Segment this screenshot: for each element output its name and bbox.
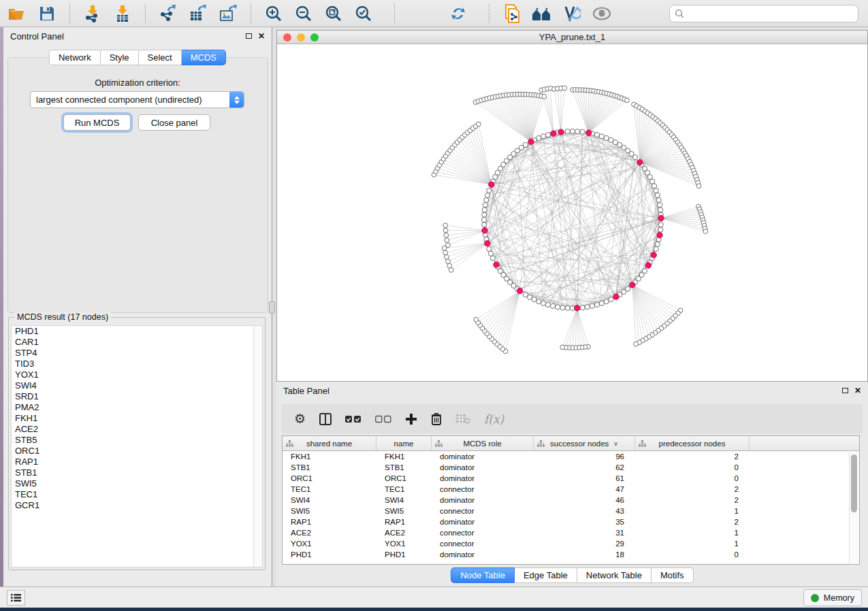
tab-motifs[interactable]: Motifs	[652, 567, 694, 583]
show-columns-icon[interactable]	[319, 410, 332, 429]
mcds-result-item[interactable]: FKH1	[12, 413, 262, 424]
delete-column-icon[interactable]	[431, 410, 442, 429]
node-table-body: FKH1FKH1dominator962STB1STB1dominator620…	[283, 451, 859, 560]
table-row[interactable]: TEC1TEC1connector472	[283, 484, 859, 495]
network-search-icon[interactable]	[532, 3, 552, 24]
mcds-result-item[interactable]: PMA2	[12, 402, 262, 413]
table-cell: connector	[432, 529, 534, 537]
table-row[interactable]: ACE2ACE2connector311	[283, 527, 859, 538]
export-image-icon[interactable]	[218, 3, 238, 24]
zoom-in-icon[interactable]	[263, 3, 284, 24]
mcds-result-item[interactable]: PHD1	[12, 326, 262, 337]
search-input[interactable]	[688, 8, 853, 20]
export-network-icon[interactable]	[158, 3, 178, 24]
close-panel-icon[interactable]: ✕	[854, 386, 861, 395]
zoom-selected-icon[interactable]	[353, 3, 374, 24]
network-graph[interactable]	[277, 44, 867, 381]
table-row[interactable]: YOX1YOX1connector291	[283, 538, 859, 549]
criterion-dropdown[interactable]: largest connected component (undirected)	[30, 91, 244, 108]
toolbar-separator	[145, 4, 146, 23]
zoom-out-icon[interactable]	[293, 3, 314, 24]
table-options-icon[interactable]: ⚙	[294, 410, 306, 429]
open-session-icon[interactable]	[7, 3, 27, 24]
table-cell: 2	[635, 485, 750, 493]
tab-style[interactable]: Style	[101, 50, 139, 65]
tab-node-table[interactable]: Node Table	[451, 567, 515, 583]
refresh-layout-icon[interactable]	[448, 3, 468, 24]
mcds-result-item[interactable]: STB5	[12, 435, 262, 446]
table-row[interactable]: ORC1ORC1dominator610	[283, 473, 859, 484]
table-cell: 43	[534, 507, 635, 515]
column-header-successor-nodes[interactable]: successor nodes∨	[534, 436, 635, 450]
table-scrollbar-thumb[interactable]	[851, 455, 857, 512]
mcds-result-item[interactable]: TID3	[12, 359, 262, 369]
mcds-result-item[interactable]: SWI5	[12, 478, 262, 489]
mcds-result-item[interactable]: STB1	[12, 467, 262, 478]
save-session-icon[interactable]	[37, 3, 57, 24]
table-cell: 61	[534, 474, 635, 482]
network-canvas[interactable]	[277, 44, 867, 381]
mcds-result-item[interactable]: ORC1	[12, 446, 262, 457]
table-cell: 1	[635, 507, 750, 515]
close-panel-icon[interactable]: ✕	[258, 32, 265, 40]
mcds-result-item[interactable]: ACE2	[12, 424, 262, 435]
add-column-icon[interactable]	[405, 410, 417, 429]
column-header-predecessor-nodes[interactable]: predecessor nodes	[635, 436, 750, 450]
float-panel-icon[interactable]	[842, 388, 848, 393]
column-header-shared-name[interactable]: shared name	[283, 436, 376, 450]
mcds-result-list[interactable]: PHD1CAR1STP4TID3YOX1SWI4SRD1PMA2FKH1ACE2…	[11, 325, 263, 567]
column-header-name[interactable]: name	[376, 436, 432, 450]
mcds-result-item[interactable]: GCR1	[12, 500, 262, 511]
table-cell: dominator	[432, 550, 534, 559]
mcds-result-item[interactable]: TEC1	[12, 489, 262, 500]
mcds-result-item[interactable]: SRD1	[12, 391, 262, 402]
table-row[interactable]: SWI4SWI4dominator462	[283, 495, 859, 506]
table-cell: 0	[635, 463, 750, 472]
import-table-icon[interactable]	[112, 3, 133, 24]
table-cell: 2	[635, 452, 750, 461]
run-mcds-button[interactable]: Run MCDS	[63, 114, 131, 131]
select-all-checkbox-icon[interactable]	[345, 410, 361, 429]
column-header-mcds-role[interactable]: MCDS role	[432, 436, 534, 450]
import-network-icon[interactable]	[82, 3, 103, 24]
tab-select[interactable]: Select	[139, 50, 182, 65]
table-row[interactable]: FKH1FKH1dominator962	[283, 451, 859, 462]
deselect-all-checkbox-icon[interactable]	[375, 410, 391, 429]
mcds-result-group: MCDS result (17 nodes) PHD1CAR1STP4TID3Y…	[8, 317, 266, 570]
table-cell: dominator	[432, 474, 534, 482]
zoom-fit-icon[interactable]	[323, 3, 344, 24]
clone-network-icon[interactable]	[502, 3, 522, 24]
float-panel-icon[interactable]	[246, 33, 252, 39]
mcds-list-scrollbar[interactable]	[253, 326, 262, 567]
memory-label: Memory	[824, 593, 854, 603]
table-row[interactable]: STB1STB1dominator620	[283, 462, 859, 473]
table-cell: 31	[534, 529, 635, 537]
table-scrollbar[interactable]	[849, 452, 858, 563]
table-cell: ORC1	[283, 474, 376, 482]
tab-network[interactable]: Network	[49, 50, 101, 65]
network-window-titlebar[interactable]: YPA_prune.txt_1	[277, 31, 867, 44]
table-cell: 35	[534, 518, 635, 526]
mcds-result-item[interactable]: SWI4	[12, 380, 262, 391]
close-panel-button[interactable]: Close panel	[138, 114, 210, 131]
export-table-icon[interactable]	[188, 3, 208, 24]
tab-network-table[interactable]: Network Table	[577, 567, 652, 583]
table-row[interactable]: PHD1PHD1dominator180	[283, 549, 859, 560]
mcds-result-item[interactable]: CAR1	[12, 337, 262, 348]
memory-button[interactable]: Memory	[803, 589, 862, 606]
table-cell: dominator	[432, 452, 534, 461]
tab-mcds[interactable]: MCDS	[182, 50, 226, 65]
show-hide-eye-icon[interactable]	[592, 3, 612, 24]
table-tabs: Node TableEdge TableNetwork TableMotifs	[276, 567, 868, 583]
visual-mapping-icon[interactable]	[562, 3, 582, 24]
mcds-result-item[interactable]: YOX1	[12, 369, 262, 380]
panel-splitter-handle[interactable]	[269, 301, 275, 314]
search-field[interactable]	[669, 5, 858, 22]
mcds-result-item[interactable]: RAP1	[12, 457, 262, 467]
mcds-result-item[interactable]: STP4	[12, 348, 262, 359]
table-row[interactable]: RAP1RAP1dominator352	[283, 516, 859, 527]
tab-edge-table[interactable]: Edge Table	[515, 567, 577, 583]
table-cell: 96	[534, 452, 635, 461]
table-row[interactable]: SWI5SWI5connector431	[283, 506, 859, 516]
task-history-button[interactable]	[7, 590, 25, 606]
